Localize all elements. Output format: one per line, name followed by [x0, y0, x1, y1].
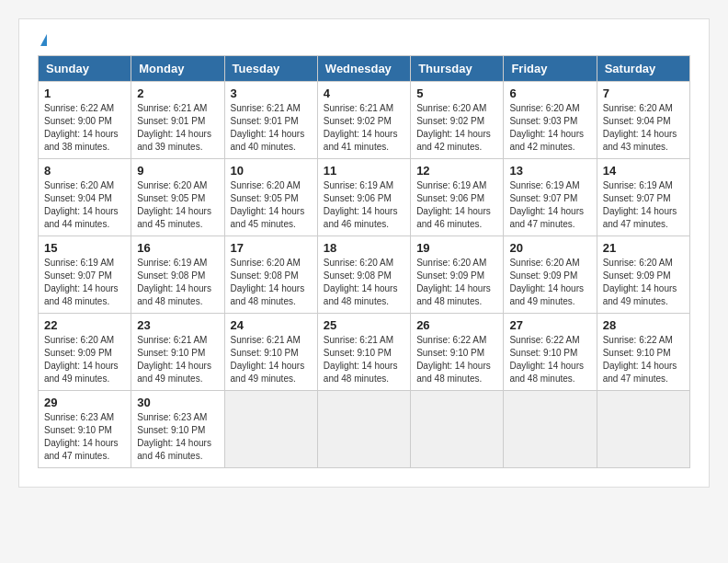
- calendar-cell: 11 Sunrise: 6:19 AM Sunset: 9:06 PM Dayl…: [317, 159, 410, 236]
- calendar-cell: 24 Sunrise: 6:21 AM Sunset: 9:10 PM Dayl…: [224, 314, 317, 391]
- calendar-cell: 22 Sunrise: 6:20 AM Sunset: 9:09 PM Dayl…: [39, 314, 131, 391]
- calendar-cell: 18 Sunrise: 6:20 AM Sunset: 9:08 PM Dayl…: [317, 236, 410, 314]
- header: [38, 34, 690, 46]
- day-number: 13: [509, 164, 590, 178]
- day-info: Sunrise: 6:20 AM Sunset: 9:09 PM Dayligh…: [416, 257, 497, 308]
- day-info: Sunrise: 6:22 AM Sunset: 9:10 PM Dayligh…: [416, 334, 497, 385]
- calendar-cell: 6 Sunrise: 6:20 AM Sunset: 9:03 PM Dayli…: [504, 82, 597, 159]
- calendar-cell: 29 Sunrise: 6:23 AM Sunset: 9:10 PM Dayl…: [39, 391, 131, 468]
- calendar-cell: 3 Sunrise: 6:21 AM Sunset: 9:01 PM Dayli…: [224, 82, 317, 159]
- day-info: Sunrise: 6:21 AM Sunset: 9:10 PM Dayligh…: [324, 334, 404, 385]
- calendar-cell: 26 Sunrise: 6:22 AM Sunset: 9:10 PM Dayl…: [411, 314, 504, 391]
- day-info: Sunrise: 6:22 AM Sunset: 9:10 PM Dayligh…: [509, 334, 590, 385]
- day-header-monday: Monday: [131, 56, 224, 82]
- calendar-cell: 16 Sunrise: 6:19 AM Sunset: 9:08 PM Dayl…: [131, 236, 224, 314]
- calendar-cell: 10 Sunrise: 6:20 AM Sunset: 9:05 PM Dayl…: [224, 159, 317, 236]
- day-number: 20: [509, 241, 590, 255]
- day-info: Sunrise: 6:19 AM Sunset: 9:07 PM Dayligh…: [44, 257, 125, 308]
- day-info: Sunrise: 6:20 AM Sunset: 9:04 PM Dayligh…: [44, 179, 125, 231]
- calendar-table: SundayMondayTuesdayWednesdayThursdayFrid…: [38, 55, 690, 468]
- week-row-2: 8 Sunrise: 6:20 AM Sunset: 9:04 PM Dayli…: [39, 159, 690, 236]
- calendar-cell: 2 Sunrise: 6:21 AM Sunset: 9:01 PM Dayli…: [131, 82, 224, 159]
- calendar-container: SundayMondayTuesdayWednesdayThursdayFrid…: [18, 18, 710, 488]
- days-header-row: SundayMondayTuesdayWednesdayThursdayFrid…: [39, 56, 690, 82]
- day-info: Sunrise: 6:20 AM Sunset: 9:08 PM Dayligh…: [231, 257, 312, 308]
- day-info: Sunrise: 6:19 AM Sunset: 9:07 PM Dayligh…: [603, 179, 684, 231]
- week-row-3: 15 Sunrise: 6:19 AM Sunset: 9:07 PM Dayl…: [39, 236, 690, 314]
- day-number: 23: [137, 318, 218, 332]
- day-info: Sunrise: 6:21 AM Sunset: 9:10 PM Dayligh…: [231, 334, 312, 385]
- day-info: Sunrise: 6:20 AM Sunset: 9:08 PM Dayligh…: [324, 257, 404, 308]
- calendar-cell: 25 Sunrise: 6:21 AM Sunset: 9:10 PM Dayl…: [317, 314, 410, 391]
- day-info: Sunrise: 6:20 AM Sunset: 9:09 PM Dayligh…: [44, 334, 125, 385]
- day-number: 29: [44, 396, 125, 409]
- day-info: Sunrise: 6:19 AM Sunset: 9:07 PM Dayligh…: [509, 179, 590, 231]
- day-number: 17: [231, 241, 312, 255]
- day-number: 30: [137, 396, 218, 409]
- day-number: 24: [231, 318, 312, 332]
- week-row-5: 29 Sunrise: 6:23 AM Sunset: 9:10 PM Dayl…: [39, 391, 690, 468]
- calendar-cell: [224, 391, 317, 468]
- calendar-cell: 15 Sunrise: 6:19 AM Sunset: 9:07 PM Dayl…: [39, 236, 131, 314]
- calendar-cell: 20 Sunrise: 6:20 AM Sunset: 9:09 PM Dayl…: [504, 236, 597, 314]
- calendar-cell: [597, 391, 689, 468]
- day-info: Sunrise: 6:20 AM Sunset: 9:05 PM Dayligh…: [231, 179, 312, 231]
- day-info: Sunrise: 6:21 AM Sunset: 9:10 PM Dayligh…: [137, 334, 218, 385]
- day-number: 6: [509, 86, 590, 100]
- day-number: 9: [137, 164, 218, 178]
- day-number: 5: [416, 86, 497, 100]
- day-info: Sunrise: 6:22 AM Sunset: 9:00 PM Dayligh…: [44, 102, 125, 154]
- day-number: 26: [416, 318, 497, 332]
- day-info: Sunrise: 6:19 AM Sunset: 9:08 PM Dayligh…: [137, 257, 218, 308]
- day-number: 14: [603, 164, 684, 178]
- calendar-cell: 21 Sunrise: 6:20 AM Sunset: 9:09 PM Dayl…: [597, 236, 689, 314]
- day-info: Sunrise: 6:20 AM Sunset: 9:09 PM Dayligh…: [603, 257, 684, 308]
- day-number: 3: [231, 86, 312, 100]
- day-info: Sunrise: 6:23 AM Sunset: 9:10 PM Dayligh…: [44, 411, 125, 463]
- day-info: Sunrise: 6:23 AM Sunset: 9:10 PM Dayligh…: [137, 411, 218, 463]
- calendar-cell: 1 Sunrise: 6:22 AM Sunset: 9:00 PM Dayli…: [39, 82, 131, 159]
- calendar-cell: 12 Sunrise: 6:19 AM Sunset: 9:06 PM Dayl…: [411, 159, 504, 236]
- day-number: 19: [416, 241, 497, 255]
- day-header-tuesday: Tuesday: [224, 56, 317, 82]
- day-number: 18: [324, 241, 404, 255]
- day-number: 16: [137, 241, 218, 255]
- day-number: 7: [603, 86, 684, 100]
- day-info: Sunrise: 6:19 AM Sunset: 9:06 PM Dayligh…: [416, 179, 497, 231]
- calendar-cell: 19 Sunrise: 6:20 AM Sunset: 9:09 PM Dayl…: [411, 236, 504, 314]
- calendar-cell: 30 Sunrise: 6:23 AM Sunset: 9:10 PM Dayl…: [131, 391, 224, 468]
- calendar-cell: 4 Sunrise: 6:21 AM Sunset: 9:02 PM Dayli…: [317, 82, 410, 159]
- day-info: Sunrise: 6:20 AM Sunset: 9:09 PM Dayligh…: [509, 257, 590, 308]
- calendar-cell: [504, 391, 597, 468]
- calendar-cell: 17 Sunrise: 6:20 AM Sunset: 9:08 PM Dayl…: [224, 236, 317, 314]
- day-number: 25: [324, 318, 404, 332]
- day-number: 11: [324, 164, 404, 178]
- day-number: 2: [137, 86, 218, 100]
- logo-triangle-icon: [40, 34, 47, 46]
- day-info: Sunrise: 6:20 AM Sunset: 9:03 PM Dayligh…: [509, 102, 590, 154]
- day-info: Sunrise: 6:21 AM Sunset: 9:01 PM Dayligh…: [137, 102, 218, 154]
- calendar-cell: 9 Sunrise: 6:20 AM Sunset: 9:05 PM Dayli…: [131, 159, 224, 236]
- day-header-friday: Friday: [504, 56, 597, 82]
- week-row-4: 22 Sunrise: 6:20 AM Sunset: 9:09 PM Dayl…: [39, 314, 690, 391]
- day-info: Sunrise: 6:22 AM Sunset: 9:10 PM Dayligh…: [603, 334, 684, 385]
- day-number: 12: [416, 164, 497, 178]
- day-number: 22: [44, 318, 125, 332]
- calendar-cell: [317, 391, 410, 468]
- calendar-cell: 7 Sunrise: 6:20 AM Sunset: 9:04 PM Dayli…: [597, 82, 689, 159]
- day-number: 21: [603, 241, 684, 255]
- day-info: Sunrise: 6:21 AM Sunset: 9:02 PM Dayligh…: [324, 102, 404, 154]
- day-info: Sunrise: 6:20 AM Sunset: 9:04 PM Dayligh…: [603, 102, 684, 154]
- calendar-cell: 14 Sunrise: 6:19 AM Sunset: 9:07 PM Dayl…: [597, 159, 689, 236]
- day-header-wednesday: Wednesday: [317, 56, 410, 82]
- day-info: Sunrise: 6:21 AM Sunset: 9:01 PM Dayligh…: [231, 102, 312, 154]
- day-number: 28: [603, 318, 684, 332]
- day-number: 1: [44, 86, 125, 100]
- day-info: Sunrise: 6:20 AM Sunset: 9:02 PM Dayligh…: [416, 102, 497, 154]
- day-info: Sunrise: 6:19 AM Sunset: 9:06 PM Dayligh…: [324, 179, 404, 231]
- day-number: 27: [509, 318, 590, 332]
- calendar-cell: 27 Sunrise: 6:22 AM Sunset: 9:10 PM Dayl…: [504, 314, 597, 391]
- day-number: 15: [44, 241, 125, 255]
- day-info: Sunrise: 6:20 AM Sunset: 9:05 PM Dayligh…: [137, 179, 218, 231]
- day-header-saturday: Saturday: [597, 56, 689, 82]
